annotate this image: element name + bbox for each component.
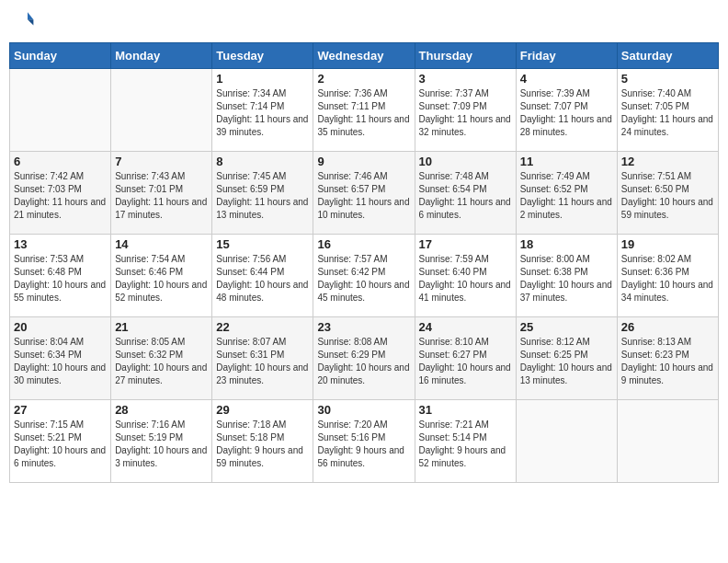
day-info: Sunrise: 7:15 AM Sunset: 5:21 PM Dayligh… <box>14 419 107 470</box>
day-info: Sunrise: 7:18 AM Sunset: 5:18 PM Dayligh… <box>216 419 309 470</box>
header-row: SundayMondayTuesdayWednesdayThursdayFrid… <box>10 43 719 69</box>
calendar-cell: 10Sunrise: 7:48 AM Sunset: 6:54 PM Dayli… <box>415 152 516 235</box>
calendar-cell: 12Sunrise: 7:51 AM Sunset: 6:50 PM Dayli… <box>617 152 718 235</box>
calendar-cell <box>516 400 617 483</box>
day-number: 4 <box>520 72 613 86</box>
calendar-cell <box>617 400 718 483</box>
calendar-cell: 4Sunrise: 7:39 AM Sunset: 7:07 PM Daylig… <box>516 69 617 152</box>
day-info: Sunrise: 7:46 AM Sunset: 6:57 PM Dayligh… <box>317 170 410 222</box>
calendar-cell: 25Sunrise: 8:12 AM Sunset: 6:25 PM Dayli… <box>516 317 617 400</box>
day-number: 21 <box>115 320 208 334</box>
day-info: Sunrise: 7:43 AM Sunset: 7:01 PM Dayligh… <box>115 170 208 222</box>
calendar-table: SundayMondayTuesdayWednesdayThursdayFrid… <box>9 42 719 483</box>
calendar-cell <box>111 69 212 152</box>
day-number: 23 <box>317 320 410 334</box>
svg-marker-0 <box>28 12 33 19</box>
calendar-cell: 3Sunrise: 7:37 AM Sunset: 7:09 PM Daylig… <box>415 69 516 152</box>
day-number: 15 <box>216 237 309 251</box>
day-info: Sunrise: 7:56 AM Sunset: 6:44 PM Dayligh… <box>216 253 309 304</box>
day-number: 17 <box>419 237 512 251</box>
day-number: 7 <box>115 155 208 168</box>
header-cell-saturday: Saturday <box>617 43 718 69</box>
calendar-cell: 8Sunrise: 7:45 AM Sunset: 6:59 PM Daylig… <box>212 152 313 235</box>
day-number: 18 <box>520 237 613 251</box>
day-number: 25 <box>520 320 613 334</box>
day-info: Sunrise: 7:16 AM Sunset: 5:19 PM Dayligh… <box>115 419 208 470</box>
calendar-cell: 7Sunrise: 7:43 AM Sunset: 7:01 PM Daylig… <box>111 152 212 235</box>
day-info: Sunrise: 7:39 AM Sunset: 7:07 PM Dayligh… <box>520 87 613 139</box>
calendar-cell <box>10 69 111 152</box>
calendar-cell: 9Sunrise: 7:46 AM Sunset: 6:57 PM Daylig… <box>313 152 415 235</box>
day-number: 10 <box>419 155 512 168</box>
day-number: 22 <box>216 320 309 334</box>
day-info: Sunrise: 7:20 AM Sunset: 5:16 PM Dayligh… <box>317 419 410 470</box>
week-row-3: 20Sunrise: 8:04 AM Sunset: 6:34 PM Dayli… <box>10 317 719 400</box>
week-row-0: 1Sunrise: 7:34 AM Sunset: 7:14 PM Daylig… <box>10 69 719 152</box>
day-number: 5 <box>621 72 714 86</box>
day-info: Sunrise: 8:04 AM Sunset: 6:34 PM Dayligh… <box>14 336 107 387</box>
day-info: Sunrise: 8:08 AM Sunset: 6:29 PM Dayligh… <box>317 336 410 387</box>
calendar-cell: 22Sunrise: 8:07 AM Sunset: 6:31 PM Dayli… <box>212 317 313 400</box>
calendar-body: 1Sunrise: 7:34 AM Sunset: 7:14 PM Daylig… <box>10 69 719 483</box>
day-info: Sunrise: 7:37 AM Sunset: 7:09 PM Dayligh… <box>419 87 512 139</box>
day-info: Sunrise: 7:36 AM Sunset: 7:11 PM Dayligh… <box>317 87 410 139</box>
day-number: 30 <box>317 403 410 417</box>
calendar-cell: 20Sunrise: 8:04 AM Sunset: 6:34 PM Dayli… <box>10 317 111 400</box>
day-number: 3 <box>419 72 512 86</box>
calendar-cell: 5Sunrise: 7:40 AM Sunset: 7:05 PM Daylig… <box>617 69 718 152</box>
day-info: Sunrise: 7:54 AM Sunset: 6:46 PM Dayligh… <box>115 253 208 304</box>
day-info: Sunrise: 7:49 AM Sunset: 6:52 PM Dayligh… <box>520 170 613 222</box>
week-row-4: 27Sunrise: 7:15 AM Sunset: 5:21 PM Dayli… <box>10 400 719 483</box>
day-info: Sunrise: 7:59 AM Sunset: 6:40 PM Dayligh… <box>419 253 512 304</box>
day-info: Sunrise: 7:57 AM Sunset: 6:42 PM Dayligh… <box>317 253 410 304</box>
day-info: Sunrise: 7:42 AM Sunset: 7:03 PM Dayligh… <box>14 170 107 222</box>
calendar-cell: 29Sunrise: 7:18 AM Sunset: 5:18 PM Dayli… <box>212 400 313 483</box>
header-cell-tuesday: Tuesday <box>212 43 313 69</box>
day-info: Sunrise: 7:45 AM Sunset: 6:59 PM Dayligh… <box>216 170 309 222</box>
day-number: 29 <box>216 403 309 417</box>
calendar-cell: 24Sunrise: 8:10 AM Sunset: 6:27 PM Dayli… <box>415 317 516 400</box>
day-number: 16 <box>317 237 410 251</box>
day-info: Sunrise: 8:10 AM Sunset: 6:27 PM Dayligh… <box>419 336 512 387</box>
day-number: 24 <box>419 320 512 334</box>
day-info: Sunrise: 7:40 AM Sunset: 7:05 PM Dayligh… <box>621 87 714 139</box>
day-info: Sunrise: 7:53 AM Sunset: 6:48 PM Dayligh… <box>14 253 107 304</box>
calendar-cell: 26Sunrise: 8:13 AM Sunset: 6:23 PM Dayli… <box>617 317 718 400</box>
calendar-cell: 28Sunrise: 7:16 AM Sunset: 5:19 PM Dayli… <box>111 400 212 483</box>
day-info: Sunrise: 8:12 AM Sunset: 6:25 PM Dayligh… <box>520 336 613 387</box>
day-info: Sunrise: 7:34 AM Sunset: 7:14 PM Dayligh… <box>216 87 309 139</box>
day-number: 14 <box>115 237 208 251</box>
calendar-cell: 16Sunrise: 7:57 AM Sunset: 6:42 PM Dayli… <box>313 235 415 317</box>
calendar-cell: 30Sunrise: 7:20 AM Sunset: 5:16 PM Dayli… <box>313 400 415 483</box>
logo <box>13 9 37 35</box>
calendar-cell: 23Sunrise: 8:08 AM Sunset: 6:29 PM Dayli… <box>313 317 415 400</box>
day-number: 31 <box>419 403 512 417</box>
header-cell-sunday: Sunday <box>10 43 111 69</box>
header-cell-thursday: Thursday <box>415 43 516 69</box>
calendar-cell: 13Sunrise: 7:53 AM Sunset: 6:48 PM Dayli… <box>10 235 111 317</box>
calendar-header: SundayMondayTuesdayWednesdayThursdayFrid… <box>10 43 719 69</box>
day-number: 13 <box>14 237 107 251</box>
day-number: 6 <box>14 155 107 168</box>
page-header <box>9 9 719 35</box>
day-info: Sunrise: 7:51 AM Sunset: 6:50 PM Dayligh… <box>621 170 714 222</box>
day-info: Sunrise: 7:21 AM Sunset: 5:14 PM Dayligh… <box>419 419 512 470</box>
header-cell-friday: Friday <box>516 43 617 69</box>
calendar-cell: 2Sunrise: 7:36 AM Sunset: 7:11 PM Daylig… <box>313 69 415 152</box>
calendar-cell: 19Sunrise: 8:02 AM Sunset: 6:36 PM Dayli… <box>617 235 718 317</box>
day-number: 27 <box>14 403 107 417</box>
calendar-cell: 14Sunrise: 7:54 AM Sunset: 6:46 PM Dayli… <box>111 235 212 317</box>
calendar-cell: 6Sunrise: 7:42 AM Sunset: 7:03 PM Daylig… <box>10 152 111 235</box>
calendar-cell: 27Sunrise: 7:15 AM Sunset: 5:21 PM Dayli… <box>10 400 111 483</box>
day-info: Sunrise: 7:48 AM Sunset: 6:54 PM Dayligh… <box>419 170 512 222</box>
calendar-cell: 11Sunrise: 7:49 AM Sunset: 6:52 PM Dayli… <box>516 152 617 235</box>
day-number: 11 <box>520 155 613 168</box>
day-number: 26 <box>621 320 714 334</box>
calendar-cell: 17Sunrise: 7:59 AM Sunset: 6:40 PM Dayli… <box>415 235 516 317</box>
day-number: 8 <box>216 155 309 168</box>
week-row-2: 13Sunrise: 7:53 AM Sunset: 6:48 PM Dayli… <box>10 235 719 317</box>
day-number: 9 <box>317 155 410 168</box>
day-number: 2 <box>317 72 410 86</box>
day-number: 28 <box>115 403 208 417</box>
calendar-cell: 1Sunrise: 7:34 AM Sunset: 7:14 PM Daylig… <box>212 69 313 152</box>
